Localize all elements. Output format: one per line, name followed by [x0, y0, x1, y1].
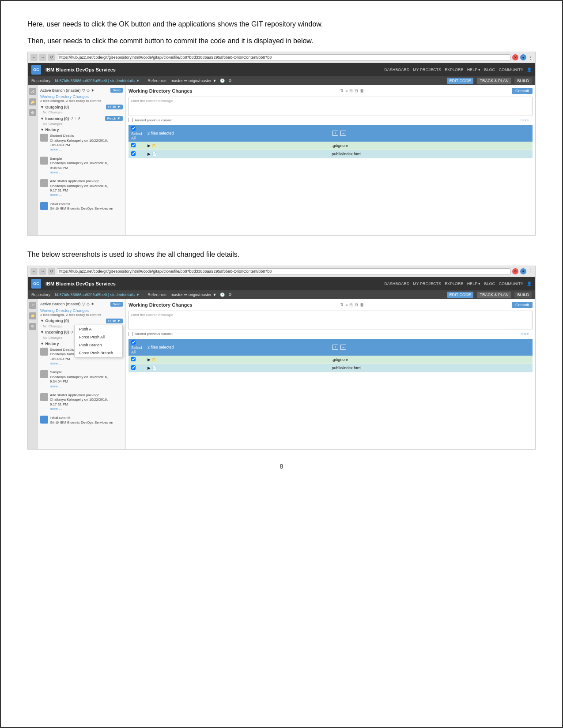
ibm-logo-1: OC: [31, 65, 41, 75]
push-btn-2[interactable]: Push ▼: [106, 319, 123, 323]
force-push-branch-item[interactable]: Force Push Branch: [75, 349, 122, 357]
commit-btn-2[interactable]: Commit: [512, 302, 533, 308]
amend-checkbox-2[interactable]: [128, 332, 133, 336]
commit-title-s2-4: initial commit: [50, 416, 113, 420]
select-all-header-2[interactable]: Select All: [128, 339, 145, 356]
table-row-s2-1[interactable]: ▶ 📁 .gitignore: [128, 356, 533, 364]
repo-value-2[interactable]: bb87b8d33886aa9295af5be0 | studentdetail…: [55, 293, 140, 297]
nav-user-icon-1[interactable]: 👤: [527, 68, 532, 72]
commit-msg-box-1[interactable]: Enter the commit message: [128, 97, 533, 116]
expand-btn-2[interactable]: +: [333, 345, 338, 350]
commit-more-3[interactable]: more ...: [50, 193, 108, 197]
sync-btn-1[interactable]: Sync: [110, 88, 123, 93]
commit-more-s2-3[interactable]: more ...: [50, 407, 108, 411]
nav-help-2[interactable]: HELP ▾: [467, 281, 481, 286]
ref-value-2[interactable]: master ⇒ origin/master ▼: [170, 293, 216, 297]
menu-dots-icon-1: ⋮: [528, 55, 533, 60]
commit-placeholder-2: Enter the commit message: [131, 313, 173, 317]
select-all-checkbox-2[interactable]: [131, 340, 136, 345]
push-btn-1[interactable]: Push ▼: [106, 105, 123, 109]
commit-title-1: Student Deatils: [50, 134, 108, 138]
wdc-title-text-1: Working Directory Changes: [128, 88, 193, 94]
wdc-link-1[interactable]: Working Directory Changes: [40, 94, 123, 99]
git-icon-2[interactable]: ⎇: [29, 302, 36, 309]
nav-help-1[interactable]: HELP ▾: [467, 68, 481, 72]
left-icon-bar-2: ⎇ 📁 ⚙: [28, 299, 38, 449]
reload-btn-2[interactable]: ↺: [48, 268, 55, 275]
amend-checkbox-1[interactable]: [128, 118, 133, 122]
git-icon-1[interactable]: ⎇: [29, 88, 36, 95]
config-icon-1[interactable]: ⚙: [29, 109, 36, 116]
row-checkbox-s2-1[interactable]: [131, 357, 136, 361]
row-checkbox-1[interactable]: [131, 143, 136, 147]
commit-time-2: 9:34:54 PM: [50, 166, 108, 170]
wdc-link-2[interactable]: Working Directory Changes: [40, 308, 123, 313]
forward-btn-1[interactable]: →: [39, 54, 46, 61]
commit-more-s2-1[interactable]: more ...: [50, 361, 108, 366]
nav-myprojects-2[interactable]: MY PROJECTS: [413, 281, 441, 286]
ref-value-1[interactable]: master ⇒ origin/master ▼: [170, 79, 216, 83]
table-row-1[interactable]: ▶ 📁 .gitignore: [128, 142, 533, 150]
left-icon-bar-1: ⎇ 📁 ⚙: [28, 85, 38, 235]
commit-info-4: initial commit Git @ IBM Bluemix DevOps …: [50, 202, 113, 211]
nav-community-2[interactable]: COMMUNITY: [499, 281, 524, 286]
back-btn-1[interactable]: ←: [30, 54, 38, 61]
reload-btn-1[interactable]: ↺: [48, 54, 55, 61]
build-btn-1[interactable]: BUILD: [514, 78, 532, 84]
commit-avatar-s2-4: [40, 416, 48, 424]
track-plan-btn-1[interactable]: TRACK & PLAN: [477, 78, 511, 84]
fetch-btn-1[interactable]: Fetch ▼: [105, 116, 123, 121]
commit-btn-1[interactable]: Commit: [512, 88, 533, 94]
push-all-item[interactable]: Push All: [75, 325, 122, 333]
table-row-s2-2[interactable]: ▶ 📄 public/index.html: [128, 364, 533, 372]
url-bar-1[interactable]: https://hub.jazz.net/code/git/git-reposi…: [57, 54, 510, 60]
nav-user-icon-2[interactable]: 👤: [527, 281, 532, 286]
nav-myprojects-1[interactable]: MY PROJECTS: [413, 68, 441, 72]
build-btn-2[interactable]: BUILD: [514, 292, 532, 298]
files-icon-2[interactable]: 📁: [29, 312, 36, 319]
nav-dashboard-2[interactable]: DASHBOARD: [384, 281, 409, 286]
row-checkbox-2[interactable]: [131, 151, 136, 156]
force-push-all-item[interactable]: Force Push All: [75, 333, 122, 341]
commit-info-2: Sample Chaitanya Katnapelly on 10/22/201…: [50, 157, 108, 177]
select-all-checkbox-1[interactable]: [131, 126, 136, 131]
repo-value-1[interactable]: bb87b8d33886aa9295af5be0 | studentdetail…: [55, 79, 140, 83]
nav-dashboard-1[interactable]: DASHBOARD: [384, 68, 409, 72]
expand-btn-1[interactable]: +: [333, 131, 338, 136]
commit-msg-box-2[interactable]: Enter the commit message: [128, 311, 533, 330]
nav-community-1[interactable]: COMMUNITY: [499, 68, 524, 72]
select-all-label-2: Select All: [131, 345, 142, 354]
collapse-btn-2[interactable]: −: [340, 345, 346, 350]
nav-explore-2[interactable]: EXPLORE: [445, 281, 464, 286]
sync-btn-2[interactable]: Sync: [110, 302, 123, 307]
commit-more-2[interactable]: more ...: [50, 170, 108, 175]
table-row-2[interactable]: ▶ 📄 public/index.html: [128, 150, 533, 158]
commit-more-s2-2[interactable]: more ...: [50, 384, 108, 389]
amend-more-2[interactable]: more ...: [521, 332, 533, 336]
nav-blog-2[interactable]: BLOG: [484, 281, 495, 286]
commit-avatar-1: [40, 134, 48, 142]
wdc-title-1: Working Directory Changes ⇅ ≡ ⊞ ⊟ 🗑 Comm…: [128, 88, 533, 94]
commit-more-1[interactable]: more ...: [50, 147, 108, 152]
edit-code-btn-1[interactable]: EDIT CODE: [447, 78, 474, 84]
amend-more-1[interactable]: more ...: [521, 118, 533, 122]
edit-code-btn-2[interactable]: EDIT CODE: [447, 292, 474, 298]
select-all-header-1[interactable]: Select All: [128, 125, 145, 142]
row-checkbox-s2-2[interactable]: [131, 365, 136, 370]
url-bar-2[interactable]: https://hub.jazz.net/code/git/git-reposi…: [57, 268, 510, 274]
collapse-btn-1[interactable]: −: [340, 131, 346, 136]
grid-icon-1: ⊞: [349, 89, 353, 93]
config-icon-2[interactable]: ⚙: [29, 323, 36, 330]
close-circle-icon-1: ✕: [512, 54, 518, 60]
repo-bar-1: Repository: bb87b8d33886aa9295af5be0 | s…: [28, 76, 535, 85]
info-circle-icon-2: ●: [520, 268, 526, 274]
files-icon-1[interactable]: 📁: [29, 98, 36, 105]
outgoing-label-1: ▼ Outgoing (0): [40, 105, 69, 109]
track-plan-btn-2[interactable]: TRACK & PLAN: [477, 292, 511, 298]
push-branch-item[interactable]: Push Branch: [75, 341, 122, 349]
back-btn-2[interactable]: ←: [30, 268, 38, 275]
wdc-subtitle-2: 2 files changed, 2 files ready to commit: [40, 313, 123, 317]
forward-btn-2[interactable]: →: [39, 268, 46, 275]
nav-explore-1[interactable]: EXPLORE: [445, 68, 464, 72]
nav-blog-1[interactable]: BLOG: [484, 68, 495, 72]
